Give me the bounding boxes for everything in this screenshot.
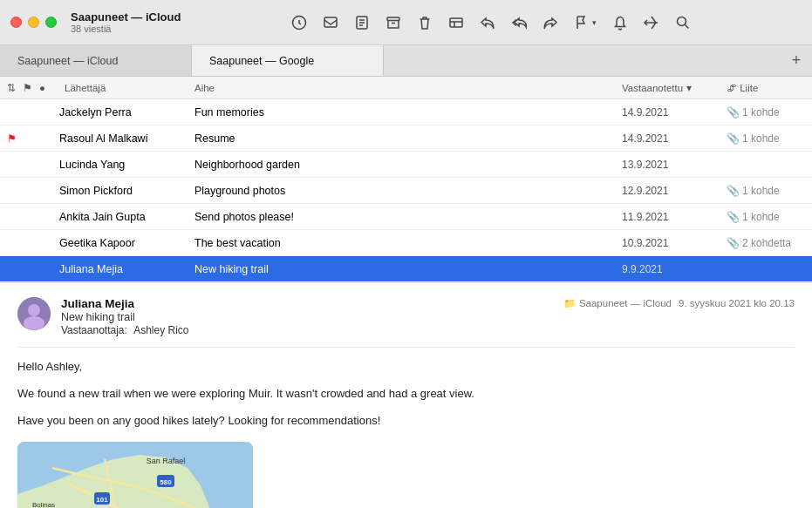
paperclip-icon: 🖇 [727, 83, 737, 93]
flag-indicator: ⚑ [7, 132, 17, 145]
row-subject: Send photos please! [194, 211, 622, 223]
titlebar: Saapuneet — iCloud 38 viestiä [0, 0, 812, 45]
flag-dropdown-icon[interactable]: ▾ [574, 15, 597, 30]
app-subtitle: 38 viestiä [71, 24, 181, 34]
minimize-button[interactable] [28, 17, 39, 28]
row-from: Rasoul Al Malkawi [59, 132, 194, 145]
email-row[interactable]: Ankita Jain Gupta Send photos please! 11… [0, 204, 812, 230]
row-date: 14.9.2021 [622, 106, 727, 119]
main-content: ⇅ ⚑ ● Lähettäjä Aihe Vastaanotettu ▾ 🖇 L… [0, 77, 812, 508]
row-from: Juliana Mejia [59, 263, 194, 275]
detail-meta: 📁 Saapuneet — iCloud 9. syyskuu 2021 klo… [563, 297, 795, 309]
notifications-icon[interactable] [612, 15, 628, 30]
row-date: 9.9.2021 [622, 263, 727, 275]
folder-name: Saapuneet — iCloud [579, 298, 672, 308]
detail-folder: 📁 Saapuneet — iCloud [563, 297, 672, 309]
row-icons: ⚑ [7, 132, 59, 145]
row-subject: Resume [194, 132, 622, 145]
row-subject: The best vacation [194, 237, 622, 249]
row-subject: Playground photos [194, 185, 622, 197]
detail-to-label: Vastaanottaja: [61, 324, 127, 336]
row-from: Lucinda Yang [59, 159, 194, 171]
detail-subject: New hiking trail [61, 311, 563, 323]
col-header-subject: Aihe [194, 83, 622, 93]
row-date: 11.9.2021 [622, 211, 727, 223]
row-attach: 📎1 kohde [727, 106, 805, 119]
tab-icloud-label: Saapuneet — iCloud [17, 55, 118, 67]
svg-text:101: 101 [96, 496, 108, 504]
row-attach: 📎2 kohdetta [727, 237, 805, 249]
avatar [17, 297, 51, 330]
column-headers: ⇅ ⚑ ● Lähettäjä Aihe Vastaanotettu ▾ 🖇 L… [0, 77, 812, 99]
detail-sender-info: Juliana Mejia New hiking trail Vastaanot… [61, 297, 563, 336]
detail-header: Juliana Mejia New hiking trail Vastaanot… [17, 297, 795, 348]
detail-to-name: Ashley Rico [133, 324, 188, 336]
body-greeting: Hello Ashley, [17, 358, 795, 376]
email-list: ⇅ ⚑ ● Lähettäjä Aihe Vastaanotettu ▾ 🖇 L… [0, 77, 812, 283]
detail-to: Vastaanottaja: Ashley Rico [61, 324, 563, 336]
row-subject: Neighborhood garden [194, 159, 622, 171]
flag-header-icon: ⚑ [23, 82, 32, 94]
col-header-date[interactable]: Vastaanotettu ▾ [622, 82, 727, 94]
row-attach: 📎1 kohde [727, 211, 805, 223]
svg-rect-4 [450, 18, 462, 27]
body-line-2: Have you been on any good hikes lately? … [17, 412, 795, 430]
svg-rect-3 [387, 17, 399, 21]
app-title: Saapuneet — iCloud [71, 10, 181, 24]
col-header-attach: 🖇 Liite [727, 83, 805, 93]
reply-all-icon[interactable] [511, 15, 527, 30]
email-row[interactable]: Geetika Kapoor The best vacation 10.9.20… [0, 230, 812, 256]
maximize-button[interactable] [45, 17, 57, 28]
row-date: 12.9.2021 [622, 185, 727, 197]
app-title-block: Saapuneet — iCloud 38 viestiä [71, 10, 181, 34]
email-detail: Juliana Mejia New hiking trail Vastaanot… [0, 283, 812, 508]
row-subject: Fun memories [194, 106, 622, 119]
svg-rect-1 [324, 17, 337, 27]
new-message-icon[interactable] [323, 15, 338, 30]
map-attachment[interactable]: 101 580 🌲 San Rafael Bolinas Muir Woods … [17, 442, 253, 508]
svg-text:Bolinas: Bolinas [32, 501, 55, 508]
forward-icon[interactable] [542, 15, 558, 30]
email-row[interactable]: ⚑ Rasoul Al Malkawi Resume 14.9.2021 📎1 … [0, 125, 812, 152]
sort-icon[interactable]: ⇅ [7, 82, 16, 94]
folder-icon: 📁 [563, 297, 576, 309]
filter-icon[interactable] [448, 15, 464, 30]
sort-controls[interactable]: ⇅ ⚑ ● [7, 82, 59, 94]
email-row-selected[interactable]: Juliana Mejia New hiking trail 9.9.2021 [0, 256, 812, 282]
row-attach: 📎1 kohde [727, 132, 805, 145]
archive-icon[interactable] [386, 15, 401, 30]
get-mail-icon[interactable] [291, 15, 307, 30]
row-from: Geetika Kapoor [59, 237, 194, 249]
row-date: 13.9.2021 [622, 159, 727, 171]
tab-google[interactable]: Saapuneet — Google [192, 45, 384, 76]
svg-point-7 [28, 304, 40, 316]
close-button[interactable] [10, 17, 22, 28]
toolbar: ▾ [181, 15, 802, 30]
svg-text:San Rafael: San Rafael [147, 457, 186, 465]
row-from: Jackelyn Perra [59, 106, 194, 119]
search-icon[interactable] [675, 15, 691, 30]
read-header-icon: ● [39, 83, 45, 93]
row-from: Ankita Jain Gupta [59, 211, 194, 223]
row-date: 14.9.2021 [622, 132, 727, 145]
email-row[interactable]: Simon Pickford Playground photos 12.9.20… [0, 178, 812, 204]
new-tab-button[interactable]: + [781, 45, 812, 76]
expand-icon[interactable] [644, 15, 659, 30]
row-date: 10.9.2021 [622, 237, 727, 249]
row-subject: New hiking trail [194, 263, 622, 275]
body-line-1: We found a new trail when we were explor… [17, 385, 795, 403]
email-body: Hello Ashley, We found a new trail when … [17, 358, 795, 430]
note-icon[interactable] [354, 15, 370, 30]
col-header-from: Lähettäjä [59, 83, 194, 93]
email-row[interactable]: Jackelyn Perra Fun memories 14.9.2021 📎1… [0, 99, 812, 125]
svg-point-8 [24, 316, 44, 330]
tabbar: Saapuneet — iCloud Saapuneet — Google + [0, 45, 812, 77]
tab-google-label: Saapuneet — Google [209, 55, 314, 67]
tab-icloud[interactable]: Saapuneet — iCloud [0, 45, 192, 76]
detail-date: 9. syyskuu 2021 klo 20.13 [679, 298, 795, 308]
sort-desc-icon: ▾ [686, 82, 692, 94]
reply-icon[interactable] [480, 15, 495, 30]
email-row[interactable]: Lucinda Yang Neighborhood garden 13.9.20… [0, 152, 812, 178]
trash-icon[interactable] [417, 15, 433, 30]
row-from: Simon Pickford [59, 185, 194, 197]
